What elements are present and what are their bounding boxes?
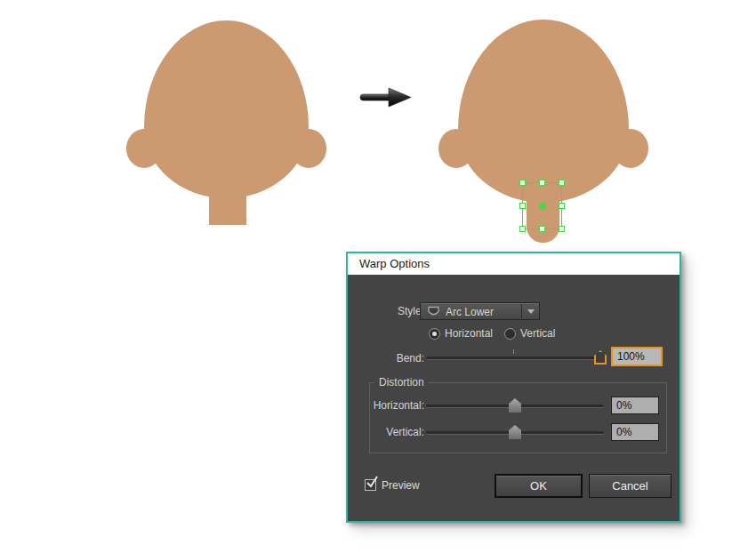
- style-dropdown[interactable]: Arc Lower: [420, 302, 540, 320]
- warp-options-dialog: Warp Options Style: Arc Lower Horizontal…: [346, 252, 681, 523]
- chevron-down-icon: [527, 309, 535, 314]
- distortion-vertical-value-field[interactable]: [611, 423, 659, 441]
- check-icon: [365, 475, 380, 493]
- selection-handle-middle-right[interactable]: [559, 203, 565, 209]
- selection-handle-top-right[interactable]: [559, 180, 565, 186]
- bend-value-field[interactable]: [611, 347, 663, 366]
- selection-handle-middle-left[interactable]: [519, 203, 526, 209]
- orientation-radio-group: HorizontalVertical: [430, 327, 555, 340]
- left-head[interactable]: [144, 20, 309, 198]
- distortion-groupbox: [369, 382, 667, 453]
- arc-lower-icon: [427, 306, 440, 321]
- cancel-button[interactable]: Cancel: [589, 474, 672, 498]
- dropdown-separator: [521, 304, 522, 318]
- horizontal-radio[interactable]: [430, 329, 439, 339]
- selection-handle-bottom-right[interactable]: [559, 226, 565, 232]
- right-head[interactable]: [458, 20, 629, 203]
- bend-slider-track[interactable]: [426, 357, 602, 360]
- ok-button[interactable]: OK: [495, 474, 583, 498]
- selection-bounding-box[interactable]: [522, 182, 562, 229]
- horizontal-radio-label: Horizontal: [445, 327, 493, 340]
- selection-center-point[interactable]: [539, 203, 546, 210]
- distortion-vertical-label: Vertical:: [348, 426, 424, 438]
- selection-handle-top-center[interactable]: [539, 180, 545, 186]
- dialog-titlebar[interactable]: Warp Options: [348, 253, 680, 275]
- bend-label: Bend:: [348, 352, 424, 365]
- distortion-group-title: Distortion: [374, 376, 429, 389]
- selection-handle-bottom-left[interactable]: [519, 226, 526, 232]
- dialog-title: Warp Options: [359, 257, 430, 270]
- selection-handle-top-left[interactable]: [519, 180, 526, 186]
- preview-label: Preview: [382, 479, 420, 492]
- vertical-radio-label: Vertical: [520, 327, 555, 340]
- style-dropdown-value: Arc Lower: [446, 306, 494, 318]
- bend-slider-handle[interactable]: [594, 350, 607, 365]
- vertical-radio[interactable]: [505, 329, 515, 339]
- selection-handle-bottom-center[interactable]: [539, 226, 545, 232]
- illustrator-canvas: Warp Options Style: Arc Lower Horizontal…: [0, 0, 756, 553]
- style-label: Style:: [348, 305, 424, 317]
- preview-checkbox[interactable]: [365, 479, 376, 491]
- transform-arrow-icon: [359, 86, 413, 109]
- distortion-horizontal-label: Horizontal:: [348, 399, 424, 412]
- distortion-horizontal-value-field[interactable]: [611, 397, 659, 414]
- bend-slider-center-tick: [513, 349, 514, 354]
